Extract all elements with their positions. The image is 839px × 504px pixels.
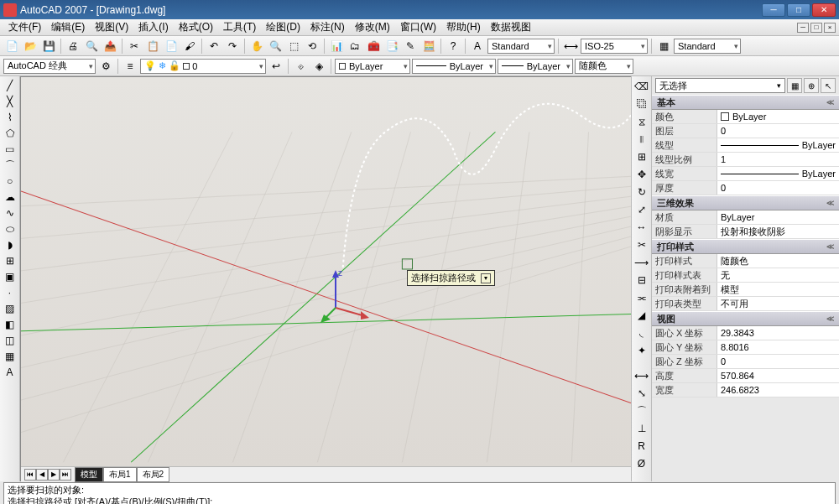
- property-value[interactable]: 无: [717, 268, 839, 282]
- undo-icon[interactable]: ↶: [206, 38, 222, 55]
- ellipse-icon[interactable]: ⬭: [2, 221, 18, 236]
- gradient-icon[interactable]: ◧: [2, 317, 18, 332]
- property-row[interactable]: 圆心 X 坐标29.3843: [652, 326, 839, 340]
- tooltip-dropdown-icon[interactable]: ▾: [481, 273, 491, 283]
- property-value[interactable]: 29.3843: [717, 326, 839, 340]
- section-plot[interactable]: 打印样式≪: [652, 239, 839, 254]
- selection-dropdown[interactable]: 无选择: [655, 78, 785, 93]
- menu-dimension[interactable]: 标注(N): [305, 20, 350, 34]
- section-3d[interactable]: 三维效果≪: [652, 195, 839, 210]
- hatch-icon[interactable]: ▨: [2, 301, 18, 316]
- menu-data[interactable]: 数据视图: [486, 20, 536, 34]
- arc-icon[interactable]: ⌒: [2, 158, 18, 173]
- minimize-button[interactable]: ─: [762, 3, 785, 17]
- linetype-select[interactable]: ByLayer: [412, 59, 496, 74]
- stretch-icon[interactable]: ↔: [633, 219, 650, 236]
- section-view[interactable]: 视图≪: [652, 311, 839, 326]
- cut-icon[interactable]: ✂: [126, 38, 143, 55]
- property-row[interactable]: 材质ByLayer: [652, 210, 839, 225]
- property-value[interactable]: 投射和接收阴影: [717, 225, 839, 238]
- block-icon[interactable]: ▣: [2, 269, 18, 284]
- copy-obj-icon[interactable]: ⿻: [633, 96, 650, 112]
- trim-icon[interactable]: ✂: [633, 236, 650, 253]
- mdi-restore[interactable]: □: [810, 23, 822, 33]
- copy-icon[interactable]: 📋: [144, 38, 161, 55]
- selectobj-icon[interactable]: ↖: [821, 78, 836, 93]
- menu-draw[interactable]: 绘图(D): [261, 20, 305, 34]
- match-icon[interactable]: 🖌: [181, 38, 198, 55]
- menu-tools[interactable]: 工具(T): [218, 20, 261, 34]
- pline-icon[interactable]: ⌇: [2, 110, 18, 125]
- open-icon[interactable]: 📂: [22, 38, 39, 55]
- property-value[interactable]: ByLayer: [717, 110, 839, 123]
- layer-select[interactable]: 💡 ❄ 🔓 0: [140, 59, 266, 74]
- pan-icon[interactable]: ✋: [248, 38, 265, 55]
- tab-first-icon[interactable]: ⏮: [24, 469, 36, 481]
- layer-match-icon[interactable]: ⟐: [292, 58, 309, 75]
- property-row[interactable]: 线型比例1: [652, 153, 839, 167]
- dim-diameter-icon[interactable]: Ø: [633, 455, 650, 472]
- quickselect-icon[interactable]: ▦: [787, 78, 802, 93]
- menu-modify[interactable]: 修改(M): [350, 20, 395, 34]
- markup-icon[interactable]: ✎: [402, 38, 419, 55]
- textstyle-icon[interactable]: A: [469, 38, 486, 55]
- break-icon[interactable]: ⊟: [633, 272, 650, 288]
- dimstyle-icon[interactable]: ⟷: [562, 38, 579, 55]
- mdi-close[interactable]: ×: [824, 23, 836, 33]
- command-line[interactable]: 选择要扫掠的对象: 选择扫掠路径或 [对齐(A)/基点(B)/比例(S)/扭曲(…: [3, 482, 836, 504]
- tab-last-icon[interactable]: ⏭: [60, 469, 71, 481]
- property-value[interactable]: ByLayer: [717, 138, 839, 152]
- rectangle-icon[interactable]: ▭: [2, 142, 18, 157]
- menu-edit[interactable]: 编辑(E): [46, 20, 90, 34]
- tablestyle-icon[interactable]: ▦: [655, 38, 672, 55]
- menu-insert[interactable]: 插入(I): [133, 20, 173, 34]
- lineweight-select[interactable]: ByLayer: [498, 59, 573, 74]
- property-row[interactable]: 圆心 Y 坐标8.8016: [652, 340, 839, 355]
- workspace-select[interactable]: AutoCAD 经典: [3, 59, 96, 74]
- property-row[interactable]: 打印表附着到模型: [652, 283, 839, 297]
- preview-icon[interactable]: 🔍: [83, 38, 100, 55]
- property-value[interactable]: 不可用: [717, 297, 839, 310]
- property-row[interactable]: 线宽ByLayer: [652, 167, 839, 181]
- zoom-prev-icon[interactable]: ⟲: [304, 38, 320, 55]
- mtext-icon[interactable]: A: [2, 365, 18, 380]
- property-value[interactable]: 570.864: [717, 369, 839, 382]
- print-icon[interactable]: 🖨: [65, 38, 81, 55]
- property-value[interactable]: 8.8016: [717, 340, 839, 354]
- property-value[interactable]: 246.6823: [717, 383, 839, 397]
- publish-icon[interactable]: 📤: [102, 38, 118, 55]
- help-icon[interactable]: ?: [445, 38, 461, 55]
- paste-icon[interactable]: 📄: [163, 38, 180, 55]
- ellipsearc-icon[interactable]: ◗: [2, 237, 18, 252]
- properties-icon[interactable]: 📊: [328, 38, 345, 55]
- color-select[interactable]: ByLayer: [335, 59, 410, 74]
- polygon-icon[interactable]: ⬠: [2, 126, 18, 141]
- extend-icon[interactable]: ⟶: [633, 254, 650, 271]
- menu-format[interactable]: 格式(O): [174, 20, 218, 34]
- table-icon[interactable]: ▦: [2, 349, 18, 364]
- point-icon[interactable]: ·: [2, 285, 18, 300]
- dim-ord-icon[interactable]: ⊥: [633, 420, 650, 437]
- fillet-icon[interactable]: ◟: [633, 325, 650, 341]
- dim-radius-icon[interactable]: R: [633, 438, 650, 455]
- property-value[interactable]: 1: [717, 153, 839, 166]
- toolpal-icon[interactable]: 🧰: [365, 38, 382, 55]
- property-row[interactable]: 图层0: [652, 124, 839, 138]
- redo-icon[interactable]: ↷: [224, 38, 241, 55]
- property-value[interactable]: 0: [717, 124, 839, 138]
- property-row[interactable]: 线型ByLayer: [652, 138, 839, 153]
- property-row[interactable]: 阴影显示投射和接收阴影: [652, 225, 839, 239]
- xline-icon[interactable]: ╳: [2, 94, 18, 109]
- tab-model[interactable]: 模型: [75, 467, 103, 482]
- textstyle-select[interactable]: Standard: [487, 39, 555, 54]
- circle-icon[interactable]: ○: [2, 174, 18, 189]
- dim-aligned-icon[interactable]: ⤡: [633, 385, 650, 402]
- plotstyle-select[interactable]: 随颜色: [575, 59, 633, 74]
- property-row[interactable]: 宽度246.6823: [652, 383, 839, 397]
- zoom-window-icon[interactable]: ⬚: [285, 38, 302, 55]
- rotate-icon[interactable]: ↻: [633, 184, 650, 200]
- property-row[interactable]: 高度570.864: [652, 369, 839, 383]
- property-row[interactable]: 打印样式随颜色: [652, 254, 839, 268]
- insert-icon[interactable]: ⊞: [2, 253, 18, 268]
- mirror-icon[interactable]: ⧖: [633, 113, 650, 130]
